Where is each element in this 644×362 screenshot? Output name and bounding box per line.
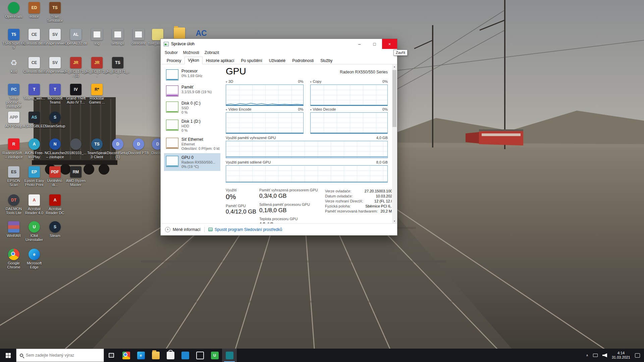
start-button[interactable] <box>0 349 16 362</box>
desktop-icon-acrobat-reader-40[interactable]: AAcrobat Reader 4.0 <box>24 194 45 215</box>
desktop-icon-shapeviewer-1[interactable]: SVShapeViewer <box>45 29 65 45</box>
desktop-icon-consisteditor-2[interactable]: CEConsistEditor <box>24 57 45 73</box>
close-button[interactable]: × <box>382 39 397 49</box>
gpu-header: GPU Radeon RX550/550 Series <box>226 66 388 77</box>
tab-sluzby[interactable]: Služby <box>317 57 336 64</box>
sidebar-item-ethernet[interactable]: Síť EthernetEthernetOdesílání: 0 Příjem:… <box>164 135 220 153</box>
desktop-icon-consisteditor-1[interactable]: CEConsistEditor <box>24 29 45 45</box>
app-shop-icon: APP <box>8 112 19 123</box>
scroll-up-icon[interactable]: ▴ <box>394 65 395 68</box>
tab-vykon[interactable]: Výkon <box>184 57 202 64</box>
taskbar-app-edge[interactable]: e <box>133 349 148 362</box>
desktop-icon-editor[interactable]: EDeditor <box>24 2 45 18</box>
scrollbar[interactable]: ▴ ▾ <box>392 65 397 223</box>
desktop-icon-discord-ptb[interactable]: DDiscord PTB <box>128 138 149 155</box>
menu-moznosti[interactable]: Možnosti <box>180 50 202 56</box>
hidden-icons-button[interactable]: ∧ <box>586 354 588 357</box>
desktop-icon-winrar[interactable]: WinRAR <box>3 221 24 238</box>
chevron-down-icon: ▾ <box>226 80 227 83</box>
desktop-icon-teamspeak3[interactable]: TSTeamSpeak 3 Client <box>87 138 107 159</box>
desktop-icon-gta-iv[interactable]: IVGrand Theft Auto IV T... <box>65 84 86 104</box>
search-input[interactable] <box>26 353 100 358</box>
tab-po-spusteni[interactable]: Po spuštění <box>237 57 265 64</box>
task-view-button[interactable] <box>104 349 119 362</box>
scroll-down-icon[interactable]: ▾ <box>394 220 395 223</box>
resource-monitor-link[interactable]: Spustit program Sledování prostředků <box>208 227 282 232</box>
desktop-icon-discordsetup[interactable]: DDiscordSetup (1) <box>107 138 128 159</box>
menu-zobrazit[interactable]: Zobrazit <box>202 50 222 56</box>
gpu-chart-3d: ▾3D0% <box>226 78 304 106</box>
desktop-icon-jr-ec-171-2[interactable]: JRJR_EC_171_... <box>87 57 107 77</box>
tab-procesy[interactable]: Procesy <box>163 57 184 64</box>
desktop-icon-ac[interactable]: AC <box>191 27 212 39</box>
minimize-button[interactable]: – <box>352 39 367 49</box>
thumb-line <box>167 147 178 148</box>
sidebar-item-memory[interactable]: Paměť3,1/15,9 GB (19 %) <box>164 83 220 99</box>
desktop-icon-pdf-uvolneni[interactable]: PDFUvolnění-di... <box>45 166 65 187</box>
desktop-icon-label: RadeonSoft... – zástupce <box>2 151 25 159</box>
desktop-icon-acrobat-reader-dc[interactable]: AAcrobat Reader DC <box>45 194 65 215</box>
network-icon[interactable] <box>593 354 598 357</box>
sidebar-item-gpu0[interactable]: GPU 0Radeon RX550/550...0% (19 °C) <box>164 153 220 171</box>
desktop-icon-google-chrome[interactable]: Google Chrome <box>3 249 24 269</box>
taskbar-app-store[interactable] <box>163 349 178 362</box>
desktop-icon-aion[interactable]: AAION Free-to-Play <box>24 138 45 159</box>
title-bar[interactable]: Správce úloh – □ × <box>161 39 397 49</box>
desktop-icon-microsoft-edge[interactable]: eMicrosoft Edge <box>24 249 45 269</box>
less-info-button[interactable]: ∧ Méně informací <box>165 227 201 232</box>
tab-historie-aplikaci[interactable]: Historie aplikací <box>203 57 238 64</box>
scrollbar-thumb[interactable] <box>392 70 396 127</box>
taskbar-app-task-manager[interactable] <box>222 349 237 362</box>
desktop-icon-daemon-tools-lite[interactable]: DTDAEMON Tools Lite <box>3 194 24 215</box>
desktop-icon-kos[interactable]: ♻Koš <box>3 57 24 73</box>
taskbar-search[interactable] <box>16 349 104 362</box>
desktop-icon-steamsetup[interactable]: SSteamSetup <box>45 112 65 128</box>
desktop-icon-folder-1[interactable] <box>169 27 190 39</box>
desktop-icon-shapeviewer-2[interactable]: SVShapeViewer <box>45 57 65 73</box>
tab-uzivatele[interactable]: Uživatelé <box>266 57 289 64</box>
desktop-icon-amd-ryzen-master[interactable]: RMAMD Ryzen Master <box>65 166 86 187</box>
desktop-icon-teams-win[interactable]: TTeams_win... <box>24 84 45 100</box>
desktop-icon-openal32[interactable]: ALOpenAL32.dll <box>65 29 86 45</box>
desktop-icon-label: Microsoft Edge <box>24 261 45 269</box>
desktop-icon-cerecent[interactable]: cerecent <box>128 29 149 45</box>
desktop-icon-photo-20180103[interactable]: 20180103_... <box>65 138 86 155</box>
maximize-button[interactable]: □ <box>367 39 382 49</box>
tab-podrobnosti[interactable]: Podrobnosti <box>289 57 317 64</box>
desktop-icon-log[interactable]: log <box>87 29 107 45</box>
desktop-icon-label: ShapeViewer <box>44 41 66 45</box>
sidebar-item-cpu[interactable]: Procesor0% 1,69 GHz <box>164 67 220 82</box>
action-center-button[interactable] <box>635 353 640 358</box>
desktop-icon-steam[interactable]: SSteam <box>45 221 65 238</box>
desktop-icon-label: OpenRails <box>5 14 22 18</box>
sidebar-item-disk1[interactable]: Disk 1 (D:)HDD0 % <box>164 117 220 135</box>
desktop-icon-iobit-uninstaller[interactable]: UIObit Uninstaller <box>24 221 45 242</box>
desktop-icon-epson-scan[interactable]: ESEPSON Scan <box>3 166 24 187</box>
taskbar-app-file-explorer[interactable] <box>148 349 163 362</box>
desktop-icon-rockstar-games[interactable]: R*Rockstar Games ... <box>87 84 107 104</box>
desktop-icon-app-shop[interactable]: APPAPP Shop <box>3 112 24 128</box>
gpu-memchart-label: Využití paměti sdílené GPU <box>226 160 271 164</box>
sidebar-item-disk0[interactable]: Disk 0 (C:)SSD0 % <box>164 99 220 117</box>
desktop-icon-asrrgbled[interactable]: ASASRRGBLED <box>24 112 45 128</box>
taskbar-app-chrome[interactable] <box>119 349 133 362</box>
desktop-icon-jr-ec-171-1[interactable]: JRJR_EC_171_... (1) <box>65 57 86 77</box>
desktop-icon-jr-ec-171-3[interactable]: TSJR_EC_171_... <box>107 57 128 77</box>
taskbar-app-photos[interactable] <box>178 349 193 362</box>
desktop-icon-radeonsoftware[interactable]: RRadeonSoft... – zástupce <box>3 138 24 159</box>
desktop-icon-tsre5[interactable]: T5TSRE5_v0.699 <box>3 29 24 49</box>
volume-icon[interactable] <box>602 353 607 357</box>
desktop-icon-openrails[interactable]: OpenRails <box>3 2 24 18</box>
tsre5-icon: T5 <box>8 29 19 40</box>
taskbar-app-alarms[interactable] <box>193 349 207 362</box>
desktop-icon-settings[interactable]: settings <box>107 29 128 45</box>
desktop-icon-nclauncher[interactable]: NNCLauncher – zástupce <box>45 138 65 159</box>
desktop-icon-microsoft-teams[interactable]: TMicrosoft Teams <box>45 84 65 104</box>
menu-soubor[interactable]: Soubor <box>162 50 180 56</box>
sidebar-item-text: Síť EthernetEthernetOdesílání: 0 Příjem:… <box>181 137 220 151</box>
desktop-icon-train-simulator[interactable]: TSTrain Simulator <box>45 2 65 22</box>
taskbar-app-iobit-uninstaller[interactable]: U <box>207 349 222 362</box>
taskbar-clock[interactable]: 4:14 31.03.2021 <box>612 351 630 360</box>
desktop-icon-tento-pocitac[interactable]: PCTento počítač – zástupce <box>3 84 24 108</box>
desktop-icon-epson-easy-photo-print[interactable]: EPEpson Easy Photo Print <box>24 166 45 187</box>
